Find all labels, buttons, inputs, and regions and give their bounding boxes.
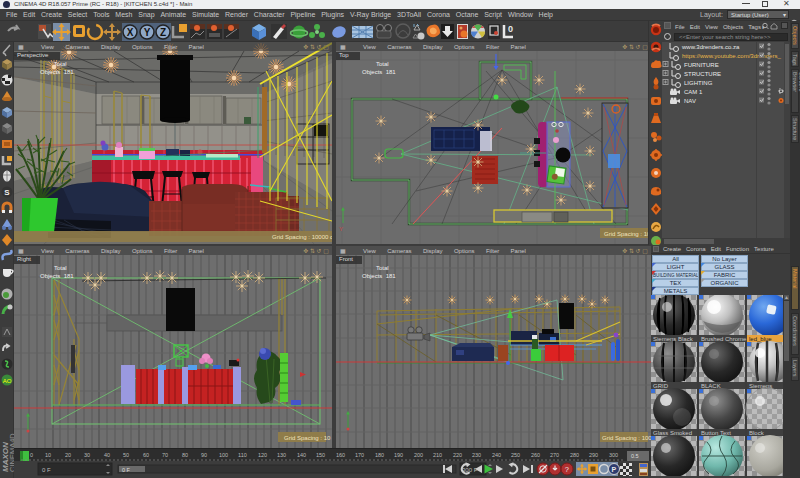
- svg-text:300: 300: [609, 452, 618, 458]
- svg-text:STRUCTURE: STRUCTURE: [684, 71, 721, 77]
- svg-text:70: 70: [162, 452, 168, 458]
- svg-text:0.5: 0.5: [631, 453, 639, 459]
- svg-text:LIGHTING: LIGHTING: [684, 80, 713, 86]
- svg-text:170: 170: [355, 452, 364, 458]
- svg-text:www.3drenders.co.za: www.3drenders.co.za: [681, 44, 740, 50]
- svg-text:90: 90: [201, 452, 207, 458]
- svg-text:Y: Y: [144, 27, 151, 38]
- svg-text:250: 250: [511, 452, 520, 458]
- svg-text:S: S: [4, 188, 10, 197]
- svg-text:0 F: 0 F: [42, 467, 51, 473]
- svg-text:210: 210: [433, 452, 442, 458]
- svg-text:Grid Spacing : 100 cm: Grid Spacing : 100 cm: [602, 435, 651, 441]
- svg-text:50: 50: [123, 452, 129, 458]
- svg-text:40: 40: [104, 452, 110, 458]
- svg-text:140: 140: [297, 452, 306, 458]
- svg-text:180: 180: [375, 452, 384, 458]
- svg-text:260: 260: [531, 452, 540, 458]
- svg-text:110: 110: [238, 452, 247, 458]
- svg-text:100: 100: [219, 452, 228, 458]
- svg-text:150: 150: [316, 452, 325, 458]
- svg-text:270: 270: [550, 452, 559, 458]
- svg-text:240: 240: [492, 452, 501, 458]
- svg-text:NAV: NAV: [684, 98, 696, 104]
- svg-text:GRID: GRID: [653, 383, 669, 389]
- svg-text:160: 160: [336, 452, 345, 458]
- svg-text:Block: Block: [749, 430, 765, 436]
- svg-text:200: 200: [414, 452, 423, 458]
- svg-text:280: 280: [570, 452, 579, 458]
- svg-text:BLACK: BLACK: [701, 383, 721, 389]
- svg-text:Y: Y: [339, 226, 343, 232]
- svg-text:130: 130: [277, 452, 286, 458]
- svg-text:Grid Spacing : 10000 cm: Grid Spacing : 10000 cm: [272, 234, 332, 240]
- svg-text:AO: AO: [3, 378, 12, 384]
- svg-text:290: 290: [589, 452, 598, 458]
- svg-text:0 F: 0 F: [122, 467, 131, 473]
- svg-text:0: 0: [30, 452, 33, 458]
- svg-text:Grid Spacing : 100 cm: Grid Spacing : 100 cm: [604, 231, 651, 237]
- svg-text:P: P: [611, 466, 616, 473]
- svg-text:30: 30: [84, 452, 90, 458]
- svg-text:https://www.youtube.com/3drend: https://www.youtube.com/3drenders_: [682, 53, 781, 59]
- svg-text:Button Text: Button Text: [701, 430, 731, 436]
- svg-text:0: 0: [508, 24, 513, 34]
- svg-text:FURNITURE: FURNITURE: [684, 62, 719, 68]
- svg-text:230: 230: [472, 452, 481, 458]
- svg-text:X: X: [127, 27, 134, 38]
- svg-text:?: ?: [565, 465, 569, 474]
- svg-text:Z: Z: [160, 27, 166, 38]
- svg-text:190: 190: [394, 452, 403, 458]
- svg-text:120: 120: [258, 452, 267, 458]
- svg-text:Grid Spacing : 10 cm: Grid Spacing : 10 cm: [284, 435, 332, 441]
- svg-text:220: 220: [453, 452, 462, 458]
- svg-text:20: 20: [65, 452, 71, 458]
- svg-text:CAM 1: CAM 1: [684, 89, 703, 95]
- svg-text:60: 60: [143, 452, 149, 458]
- svg-text:10: 10: [45, 452, 51, 458]
- svg-text:80: 80: [182, 452, 188, 458]
